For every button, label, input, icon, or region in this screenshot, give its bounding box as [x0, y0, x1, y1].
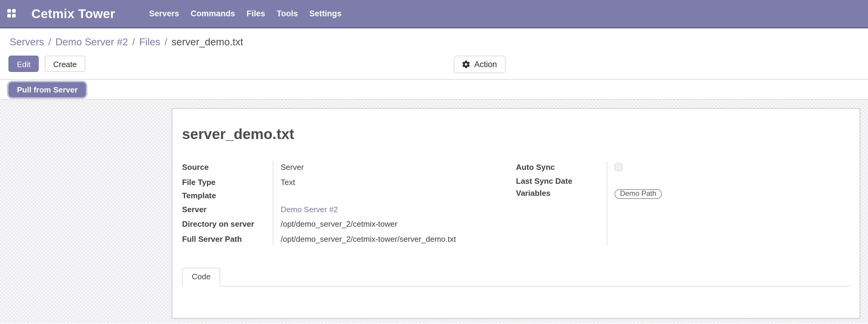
gear-icon	[462, 60, 470, 68]
field-value-last-sync-date	[607, 176, 615, 186]
field-row-file-type: File TypeText	[182, 175, 516, 190]
field-row-source: SourceServer	[182, 160, 516, 175]
tab-code[interactable]: Code	[182, 268, 220, 286]
nav-item-settings[interactable]: Settings	[309, 9, 342, 18]
field-value-variables: Demo Path	[607, 189, 662, 199]
field-row-directory-on-server: Directory on server/opt/demo_server_2/ce…	[182, 217, 516, 232]
breadcrumb-link-servers[interactable]: Servers	[10, 36, 44, 47]
field-link-demo-server-2[interactable]: Demo Server #2	[281, 205, 338, 214]
nav-item-files[interactable]: Files	[247, 9, 265, 18]
tag-demo-path: Demo Path	[615, 189, 662, 199]
app-brand: Cetmix Tower	[31, 6, 115, 21]
field-label-server: Server	[182, 205, 273, 215]
breadcrumb-current: server_demo.txt	[172, 36, 243, 47]
field-row-variables: VariablesDemo Path	[516, 187, 850, 200]
field-row-last-sync-date: Last Sync Date	[516, 175, 850, 187]
field-label-source: Source	[182, 163, 273, 172]
field-value-directory-on-server: /opt/demo_server_2/cetmix-tower	[273, 220, 397, 229]
status-bar: Pull from Server	[0, 80, 868, 100]
field-label-full-server-path: Full Server Path	[182, 234, 273, 244]
action-button[interactable]: Action	[454, 56, 505, 73]
label-value-separator	[607, 161, 607, 246]
form-sheet: server_demo.txt SourceServerFile TypeTex…	[172, 108, 860, 319]
field-value-source: Server	[273, 163, 304, 172]
create-button[interactable]: Create	[45, 56, 85, 72]
nav-item-commands[interactable]: Commands	[190, 9, 235, 18]
field-value-full-server-path: /opt/demo_server_2/cetmix-tower/server_d…	[273, 234, 456, 244]
main-menu: ServersCommandsFilesToolsSettings	[149, 9, 341, 18]
nav-item-tools[interactable]: Tools	[277, 9, 298, 18]
notebook: Code	[182, 268, 850, 286]
field-row-template: Template	[182, 190, 516, 202]
field-row-server: ServerDemo Server #2	[182, 202, 516, 217]
edit-button[interactable]: Edit	[8, 56, 39, 72]
record-title: server_demo.txt	[182, 125, 850, 143]
field-value-server: Demo Server #2	[273, 205, 338, 215]
breadcrumb-separator: /	[49, 36, 51, 47]
breadcrumb-row: Servers/Demo Server #2/Files/server_demo…	[0, 28, 868, 56]
content-background: server_demo.txt SourceServerFile TypeTex…	[0, 100, 868, 323]
app-window: Cetmix Tower ServersCommandsFilesToolsSe…	[0, 0, 868, 324]
apps-menu-icon[interactable]	[7, 9, 16, 18]
tab-strip: Code	[182, 268, 850, 286]
breadcrumb-link-files[interactable]: Files	[139, 36, 160, 47]
breadcrumb-separator: /	[164, 36, 167, 47]
nav-item-servers[interactable]: Servers	[149, 9, 179, 18]
auto-sync-checkbox[interactable]	[615, 163, 622, 171]
control-panel: Edit Create Action	[0, 56, 868, 80]
field-label-last-sync-date: Last Sync Date	[516, 176, 607, 186]
field-group-left: SourceServerFile TypeTextTemplateServerD…	[182, 160, 516, 247]
field-label-auto-sync: Auto Sync	[516, 163, 607, 172]
pull-from-server-button[interactable]: Pull from Server	[8, 82, 86, 97]
breadcrumb-link-demo-server-2[interactable]: Demo Server #2	[55, 36, 128, 47]
breadcrumb-separator: /	[132, 36, 135, 47]
label-value-separator	[273, 161, 273, 246]
field-row-auto-sync: Auto Sync	[516, 160, 850, 175]
field-label-template: Template	[182, 191, 273, 201]
top-navbar: Cetmix Tower ServersCommandsFilesToolsSe…	[0, 0, 868, 28]
field-label-variables: Variables	[516, 189, 607, 199]
action-button-label: Action	[474, 60, 497, 69]
field-label-directory-on-server: Directory on server	[182, 220, 273, 229]
field-group-right: Auto SyncLast Sync DateVariablesDemo Pat…	[516, 160, 850, 247]
field-value-template	[273, 191, 281, 201]
breadcrumb: Servers/Demo Server #2/Files/server_demo…	[10, 36, 868, 48]
field-groups: SourceServerFile TypeTextTemplateServerD…	[182, 160, 850, 247]
field-value-file-type: Text	[273, 177, 295, 187]
field-value-auto-sync	[607, 163, 622, 172]
field-label-file-type: File Type	[182, 177, 273, 187]
field-row-full-server-path: Full Server Path/opt/demo_server_2/cetmi…	[182, 232, 516, 247]
